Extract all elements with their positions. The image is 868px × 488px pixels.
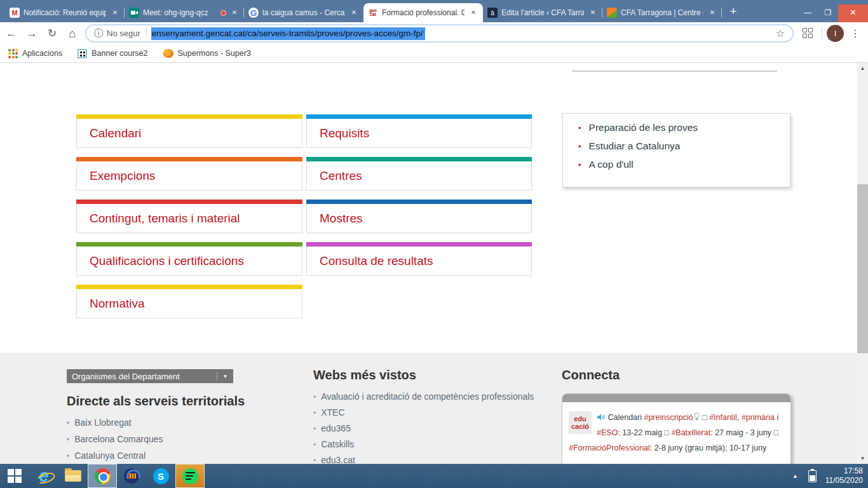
tweet-text-segment: Calendari: [606, 413, 644, 422]
scrollbar-thumb[interactable]: [857, 184, 868, 353]
browser-tab[interactable]: Gla caigua camus - Cerca a✕: [244, 3, 363, 22]
topic-card[interactable]: Exempcions: [76, 157, 302, 191]
taskbar-spotify-button[interactable]: [175, 464, 205, 488]
tweet-hashtag[interactable]: #primària: [742, 413, 775, 422]
minimize-button[interactable]: —: [797, 4, 818, 22]
browser-tab[interactable]: Meet: ohg-igng-qcz✕: [125, 3, 244, 22]
gmail-favicon: M: [10, 8, 20, 18]
taskbar-clock[interactable]: 17:58 11/05/2020: [825, 466, 863, 485]
tab-close-icon[interactable]: ✕: [468, 8, 478, 18]
bookmark-label: Aplicacions: [22, 49, 62, 58]
card-label: Normativa: [90, 289, 145, 318]
related-link-label: Preparació de les proves: [589, 122, 698, 133]
taskbar-file-explorer-button[interactable]: [58, 464, 88, 488]
footer-link-label: Barcelona Comarques: [74, 433, 163, 445]
tab-close-icon[interactable]: ✕: [707, 8, 717, 18]
battery-icon[interactable]: [808, 470, 817, 482]
scrollbar-up-arrow-icon[interactable]: ▲: [857, 63, 868, 74]
browser-tab[interactable]: gencatFormació professional. G✕: [363, 3, 483, 22]
tweet-hashtag[interactable]: #ESO: [597, 428, 618, 437]
recording-indicator-icon: [220, 10, 226, 16]
menu-kebab-icon[interactable]: ⋮: [850, 27, 860, 39]
card-label: Qualificacions i certificacions: [90, 247, 244, 275]
footer-link-item[interactable]: •Barcelona Comarques: [67, 433, 302, 446]
close-window-button[interactable]: ✕: [838, 4, 868, 22]
card-label: Centres: [320, 161, 362, 190]
footer-dropdown[interactable]: Organismes del Departament ▼: [67, 369, 233, 383]
file-explorer-icon: [65, 470, 81, 482]
footer-link-item[interactable]: •edu3.cat: [313, 454, 548, 464]
page-scrollbar[interactable]: ▲ ▼: [857, 63, 868, 464]
new-tab-button[interactable]: +: [724, 3, 742, 21]
scrollbar-down-arrow-icon[interactable]: ▼: [857, 453, 868, 464]
topic-card[interactable]: Consulta de resultats: [306, 242, 532, 276]
taskbar-internet-explorer-button[interactable]: e: [29, 464, 58, 488]
home-button[interactable]: ⌂: [64, 27, 81, 41]
url-text[interactable]: ensenyament.gencat.cat/ca/serveis-tramit…: [151, 27, 425, 40]
taskbar-chrome-button[interactable]: [88, 464, 117, 488]
topic-card[interactable]: Mostres: [306, 200, 532, 233]
page-footer: Organismes del Departament ▼ Directe als…: [0, 353, 868, 464]
tray-up-arrow-icon[interactable]: ▲: [792, 473, 798, 479]
extension-icon[interactable]: [803, 28, 813, 39]
topic-card[interactable]: Requisits: [306, 114, 532, 148]
tab-close-icon[interactable]: ✕: [229, 8, 240, 18]
bookmark-item[interactable]: Aplicacions: [8, 49, 62, 58]
tweet-hashtag[interactable]: #Infantil: [709, 413, 737, 422]
tab-close-icon[interactable]: ✕: [110, 8, 120, 18]
topic-card[interactable]: Qualificacions i certificacions: [76, 242, 302, 276]
related-link-item[interactable]: •Estudiar a Catalunya: [578, 140, 783, 152]
profile-avatar[interactable]: I: [827, 25, 844, 42]
tab-close-icon[interactable]: ✕: [349, 8, 359, 18]
webs-list: •Avaluació i acreditació de competències…: [313, 391, 548, 464]
tweet-hashtag[interactable]: #preinscripció: [644, 413, 693, 422]
footer-link-item[interactable]: •Avaluació i acreditació de competències…: [313, 391, 548, 403]
bullet-icon: •: [313, 407, 316, 419]
footer-link-item[interactable]: •Baix Llobregat: [67, 417, 302, 430]
tweet-hashtag[interactable]: #Batxillerat: [671, 428, 710, 437]
browser-toolbar: ← → ↻ ⌂ ⓘ No segur ensenyament.gencat.ca…: [0, 22, 868, 44]
related-link-item[interactable]: •A cop d'ull: [578, 159, 783, 170]
forward-button[interactable]: →: [23, 27, 41, 40]
tweet-text-segment: ,: [737, 413, 742, 422]
bookmark-item[interactable]: Banner course2: [78, 49, 147, 58]
address-bar[interactable]: ⓘ No segur ensenyament.gencat.cat/ca/ser…: [85, 24, 794, 43]
back-button[interactable]: ←: [3, 27, 20, 40]
chrome-icon: [95, 468, 111, 484]
footer-link-label: Avaluació i acreditació de competències …: [321, 391, 534, 403]
spotify-icon: [182, 468, 198, 484]
connecta-heading: Connecta: [562, 368, 803, 383]
footer-link-item[interactable]: •Catalunya Central: [67, 450, 302, 463]
footer-dropdown-label: Organismes del Departament: [67, 372, 217, 381]
chevron-down-icon[interactable]: ▼: [217, 374, 233, 379]
bookmark-star-icon[interactable]: ☆: [776, 27, 785, 39]
clock-time: 17:58: [825, 466, 863, 476]
tweet-avatar-line2: cació: [571, 423, 589, 430]
taskbar-audacity-button[interactable]: [117, 464, 146, 488]
tab-close-icon[interactable]: ✕: [588, 8, 598, 18]
bookmark-label: Supermons - Super3: [178, 49, 251, 58]
footer-link-item[interactable]: •XTEC: [313, 407, 548, 419]
related-link-item[interactable]: •Preparació de les proves: [578, 122, 783, 133]
footer-link-item[interactable]: •edu365: [313, 423, 548, 435]
footer-link-label: edu365: [321, 423, 351, 435]
taskbar-skype-button[interactable]: S: [146, 464, 175, 488]
internet-explorer-icon: e: [39, 468, 48, 485]
browser-tab[interactable]: àEdita l'article ‹ CFA Tarra✕: [483, 3, 602, 22]
tab-title: CFA Tarragona | Centre d: [621, 8, 703, 17]
topic-card[interactable]: Normativa: [76, 285, 302, 318]
topic-card[interactable]: Centres: [306, 157, 532, 191]
topic-card[interactable]: Calendari: [76, 114, 302, 148]
reload-button[interactable]: ↻: [43, 27, 61, 40]
footer-link-label: Baix Llobregat: [74, 417, 132, 429]
windows-taskbar: eS ▲ 17:58 11/05/2020: [0, 464, 868, 488]
topic-card[interactable]: Contingut, temaris i material: [76, 200, 302, 233]
taskbar-start-button[interactable]: [0, 464, 29, 488]
footer-link-item[interactable]: •Catskills: [313, 438, 548, 451]
restore-button[interactable]: ❐: [818, 4, 838, 22]
info-icon[interactable]: ⓘ: [94, 28, 103, 39]
browser-tab[interactable]: MNotificació: Reunió equip✕: [5, 3, 125, 22]
tweet-hashtag[interactable]: #FormacióProfessional: [569, 444, 650, 452]
browser-tab[interactable]: CFA Tarragona | Centre d✕: [602, 3, 722, 22]
bookmark-item[interactable]: Supermons - Super3: [163, 49, 251, 58]
